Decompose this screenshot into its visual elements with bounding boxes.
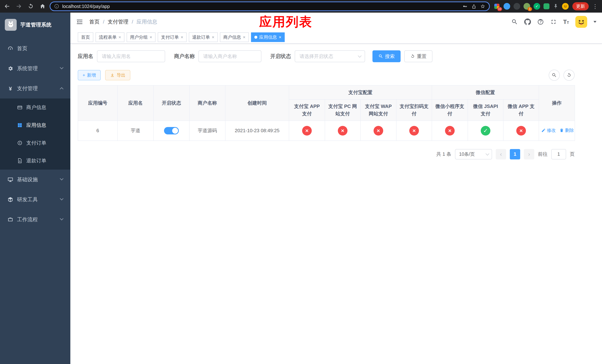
page-size-value: 10条/页 <box>459 151 475 157</box>
toggle-search-icon[interactable] <box>549 70 560 81</box>
breadcrumb-home[interactable]: 首页 <box>89 18 100 25</box>
avatar[interactable] <box>575 16 587 28</box>
page-size-select[interactable]: 10条/页 <box>455 149 492 160</box>
extension-dark-icon[interactable] <box>514 3 520 10</box>
extensions-menu-icon[interactable]: 10 <box>494 3 500 10</box>
sidebar-item-pay-order[interactable]: 支付订单 <box>0 134 70 152</box>
sidebar-item-home[interactable]: 首页 <box>0 39 70 58</box>
sidebar-item-workflow[interactable]: 工作流程 <box>0 210 70 230</box>
tab-close-icon[interactable]: × <box>279 35 281 39</box>
sidebar-item-payment[interactable]: ¥ 支付管理 <box>0 78 70 98</box>
tab-label: 商户信息 <box>223 34 241 40</box>
search-icon[interactable] <box>511 19 518 25</box>
app-name-input[interactable] <box>97 50 165 62</box>
avatar-caret-icon[interactable] <box>593 21 596 23</box>
sidebar-item-label: 支付订单 <box>26 139 46 146</box>
col-alipay-wap: 支付宝 WAP 网站支付 <box>360 99 396 121</box>
chevron-down-icon <box>485 152 489 156</box>
document-icon <box>17 158 22 163</box>
extension-chat-icon[interactable] <box>544 3 549 9</box>
tab-close-icon[interactable]: × <box>181 35 183 39</box>
extension-area: 10 1 ✓ <box>494 3 569 10</box>
breadcrumb: 首页 / 支付管理 / 应用信息 <box>89 18 157 25</box>
table-toolbar: + 新增 导出 <box>78 70 575 81</box>
app-title: 芋道管理系统 <box>20 21 52 28</box>
browser-update-button[interactable]: 更新 <box>572 2 589 10</box>
home-icon[interactable] <box>39 3 46 10</box>
tab-close-icon[interactable]: × <box>118 35 121 39</box>
tab-close-icon[interactable]: × <box>150 35 152 39</box>
search-icon <box>378 54 383 59</box>
edit-link[interactable]: 修改 <box>541 127 556 133</box>
share-icon[interactable] <box>471 4 476 9</box>
extension-avatar-badge: 1 <box>527 7 532 11</box>
fullscreen-icon[interactable] <box>550 19 557 25</box>
extension-avatar-icon[interactable]: 1 <box>524 3 530 10</box>
col-actions: 操作 <box>539 85 575 121</box>
chevron-down-icon <box>60 177 64 180</box>
reset-button[interactable]: 重置 <box>404 50 432 62</box>
status-select[interactable]: 请选择开启状态 <box>295 50 365 62</box>
export-button[interactable]: 导出 <box>105 70 130 80</box>
prev-page-icon[interactable]: ‹ <box>496 149 506 160</box>
sidebar-item-app-info[interactable]: 应用信息 <box>0 116 70 134</box>
add-button[interactable]: + 新增 <box>78 70 101 80</box>
cell-actions: 修改 删除 <box>539 121 575 141</box>
reload-icon[interactable] <box>27 3 34 10</box>
page-number-1[interactable]: 1 <box>510 149 520 160</box>
add-button-label: 新增 <box>87 72 96 78</box>
tab-user-group[interactable]: 用户分组× <box>127 32 155 42</box>
sidebar-item-system[interactable]: 系统管理 <box>0 58 70 78</box>
tab-close-icon[interactable]: × <box>243 35 246 39</box>
next-page-icon[interactable]: › <box>524 149 534 160</box>
tab-pay-order[interactable]: 支付订单× <box>158 32 187 42</box>
app-shell: 芋道管理系统 首页 系统管理 ¥ 支付管理 商户信息 <box>0 13 602 364</box>
github-icon[interactable] <box>524 19 531 25</box>
search-button[interactable]: 搜索 <box>372 50 401 62</box>
pencil-icon <box>541 128 546 133</box>
tab-app-info[interactable]: 应用信息× <box>251 32 285 42</box>
sidebar-item-label: 工作流程 <box>17 216 38 223</box>
sidebar-item-dev-tools[interactable]: 研发工具 <box>0 190 70 210</box>
site-info-icon[interactable] <box>54 4 59 9</box>
password-key-icon[interactable] <box>462 4 468 9</box>
extension-check-icon[interactable]: ✓ <box>534 3 540 10</box>
extension-pin-icon[interactable] <box>553 3 559 9</box>
gear-icon <box>7 65 13 72</box>
browser-menu-icon[interactable]: ⋮ <box>592 3 598 10</box>
font-size-icon[interactable]: TT <box>563 19 569 25</box>
help-icon[interactable] <box>537 19 544 25</box>
breadcrumb-payment[interactable]: 支付管理 <box>108 18 129 25</box>
cell-wechat-jsapi: ✓ <box>468 121 503 141</box>
sidebar-item-label: 商户信息 <box>26 104 46 111</box>
dashboard-icon <box>7 45 13 52</box>
sidebar-item-label: 研发工具 <box>17 196 38 203</box>
cell-app-name: 芋道 <box>118 121 153 141</box>
tab-refund-order[interactable]: 退款订单× <box>189 32 218 42</box>
cell-alipay-wap: × <box>360 121 396 141</box>
goto-page-input[interactable] <box>551 149 566 160</box>
forward-icon[interactable] <box>16 3 22 10</box>
tab-merchant-info[interactable]: 商户信息× <box>220 32 249 42</box>
tab-process-form[interactable]: 流程表单× <box>96 32 124 42</box>
plus-icon: + <box>83 73 85 78</box>
merchant-name-input[interactable] <box>198 50 261 62</box>
status-toggle[interactable] <box>164 127 179 134</box>
extension-emoji-icon[interactable] <box>562 3 569 10</box>
tab-home[interactable]: 首页 <box>78 32 93 42</box>
app-logo[interactable]: 芋道管理系统 <box>0 13 70 37</box>
chevron-down-icon <box>60 65 64 69</box>
back-icon[interactable] <box>4 3 10 10</box>
refresh-table-icon[interactable] <box>563 70 575 81</box>
sidebar-item-merchant-info[interactable]: 商户信息 <box>0 98 70 116</box>
sidebar-item-infrastructure[interactable]: 基础设施 <box>0 170 70 190</box>
url-bar[interactable]: localhost:1024/pay/app <box>50 1 490 11</box>
sidebar-item-refund-order[interactable]: 退款订单 <box>0 152 70 170</box>
bookmark-star-icon[interactable] <box>480 4 485 9</box>
delete-link[interactable]: 删除 <box>559 127 574 133</box>
extension-blue-icon[interactable] <box>504 3 510 10</box>
sidebar-toggle-icon[interactable] <box>76 18 83 26</box>
grid-icon <box>17 122 22 128</box>
chevron-down-icon <box>60 217 64 220</box>
tab-close-icon[interactable]: × <box>212 35 214 39</box>
